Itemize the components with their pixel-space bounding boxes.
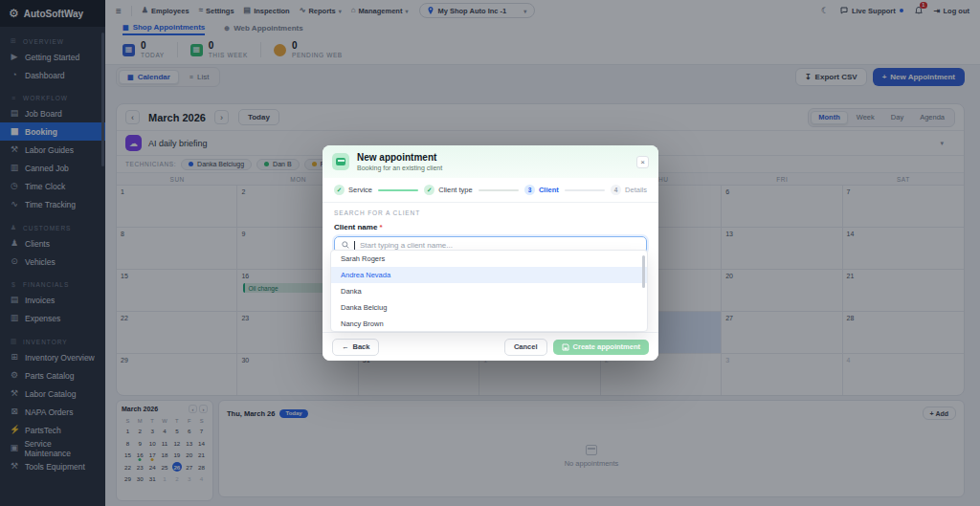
- step-number: 3: [524, 185, 535, 195]
- step-connector: [378, 189, 418, 191]
- client-option-andrea-nevada[interactable]: Andrea Nevada: [331, 267, 647, 283]
- search-section-label: SEARCH FOR A CLIENT: [334, 209, 647, 216]
- client-search-input[interactable]: [360, 241, 639, 250]
- create-appointment-button[interactable]: Create appointment: [553, 340, 649, 355]
- arrow-left-icon: ←: [342, 342, 349, 351]
- field-label-text: Client name: [334, 223, 377, 231]
- step-label: Client type: [438, 186, 472, 194]
- close-icon[interactable]: ×: [636, 156, 649, 168]
- step-connector: [479, 189, 519, 191]
- wizard-stepper: ✓Service✓Client type3Client4Details: [323, 178, 658, 203]
- modal-subtitle: Booking for an existing client: [357, 165, 442, 171]
- text-caret: [354, 241, 355, 250]
- client-option-danka-belciug[interactable]: Danka Belciug: [331, 299, 647, 316]
- save-icon: [562, 343, 569, 351]
- step-number: 4: [611, 185, 621, 195]
- app-window: ⚙ AutoSoftWay ⊞OVERVIEW▶Getting Started◔…: [0, 0, 980, 506]
- create-label: Create appointment: [573, 342, 640, 351]
- dropdown-scrollbar[interactable]: [642, 255, 645, 288]
- check-icon: ✓: [334, 185, 345, 195]
- client-name-label: Client name *: [334, 223, 647, 231]
- back-label: Back: [353, 342, 370, 351]
- cancel-button[interactable]: Cancel: [504, 339, 547, 356]
- client-option-nancy-brown[interactable]: Nancy Brown: [331, 316, 647, 332]
- step-label: Service: [348, 186, 372, 194]
- check-icon: ✓: [424, 185, 434, 195]
- search-icon: [342, 241, 349, 249]
- modal-title: New appointment: [357, 152, 442, 164]
- step-label: Details: [625, 186, 647, 194]
- step-details[interactable]: 4Details: [611, 185, 647, 195]
- step-label: Client: [539, 186, 559, 194]
- modal-header: New appointment Booking for an existing …: [323, 145, 658, 178]
- required-mark: *: [380, 223, 383, 231]
- step-client-type[interactable]: ✓Client type: [424, 185, 472, 195]
- modal-titles: New appointment Booking for an existing …: [357, 152, 442, 171]
- client-suggestions-dropdown: Sarah RogersAndrea NevadaDankaDanka Belc…: [330, 250, 648, 332]
- client-option-sarah-rogers[interactable]: Sarah Rogers: [331, 251, 647, 267]
- back-button[interactable]: ← Back: [332, 339, 379, 356]
- modal-body: SEARCH FOR A CLIENT Client name *: [323, 203, 658, 253]
- step-service[interactable]: ✓Service: [334, 185, 372, 195]
- step-connector: [565, 189, 605, 191]
- modal-footer: ← Back Cancel Create appointment: [323, 332, 658, 361]
- step-client[interactable]: 3Client: [524, 185, 559, 195]
- client-option-danka[interactable]: Danka: [331, 283, 647, 299]
- new-appointment-modal: New appointment Booking for an existing …: [323, 145, 658, 361]
- appointment-badge-icon: [332, 153, 349, 170]
